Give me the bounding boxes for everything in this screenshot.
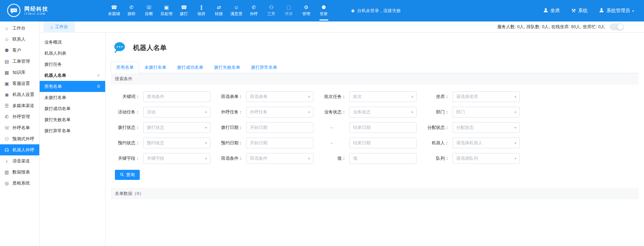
toolbar-transfer-button[interactable]: ⇄转接	[211, 3, 226, 18]
field-label: 预约状态：	[111, 140, 143, 146]
system-menu[interactable]: ⚒ 系统	[571, 8, 588, 14]
reserve-end-date-input[interactable]: 结束日期	[349, 138, 417, 148]
reserve-status-select[interactable]: 预约状态▾	[143, 138, 210, 148]
user-menu[interactable]: 系统管理员 ▾	[599, 8, 634, 14]
sidebar-item-predictive-outbound[interactable]: ⚇预测式外呼	[0, 133, 39, 144]
sidebar-item-workbench[interactable]: ⌂工作台	[0, 22, 39, 34]
agent-menu[interactable]: 坐席	[543, 8, 560, 14]
agent-select[interactable]: 请选择坐席▾	[453, 91, 520, 102]
queue-select[interactable]: 请选择队列▾	[453, 153, 520, 164]
chevron-down-icon: ▾	[308, 95, 310, 99]
filter-form-select[interactable]: 筛选表单▾	[246, 91, 313, 102]
chevron-down-icon: ▾	[514, 141, 516, 145]
toolbar-outbound-button[interactable]: ✆外呼	[246, 3, 261, 18]
robot-select[interactable]: 请选择机器人▾	[453, 138, 520, 148]
sidebar-item-service-settings[interactable]: ▣客服设置	[0, 78, 39, 89]
submenu-item-robot-list[interactable]: 机器人列表	[40, 48, 105, 59]
submenu-item-dial-success-list[interactable]: 拨打成功名单	[40, 103, 105, 114]
brand-logo-icon	[7, 3, 21, 18]
hangup-icon: ☏	[146, 5, 152, 10]
business-status-select[interactable]: 业务状态▾	[349, 107, 417, 117]
assign-status-select[interactable]: 分配状态▾	[453, 122, 520, 133]
outbound-task-select[interactable]: 外呼任务▾	[246, 107, 313, 117]
brand-name: 网经科技	[24, 6, 48, 12]
key-field-select[interactable]: 关键字段▾	[143, 153, 210, 164]
brand[interactable]: 网经科技 ITIBIA.COM	[0, 3, 69, 18]
toolbar-after-work-button[interactable]: ▣后处理	[159, 3, 174, 18]
submenu-item-all-lists[interactable]: 所有名单 0	[40, 81, 105, 92]
work-order-icon: ▤	[4, 59, 9, 64]
toolbar-three-way-button[interactable]: ⚇三方	[264, 3, 279, 18]
outbound-manage-icon: ✆	[4, 114, 9, 119]
field-label: 批次任务：	[317, 94, 349, 100]
query-button[interactable]: 查询	[115, 170, 140, 180]
submenu-item-business-overview[interactable]: 业务概况	[40, 37, 105, 48]
dial-end-date-input[interactable]: 结束日期	[349, 122, 417, 133]
activity-task-select[interactable]: 活动▾	[143, 107, 210, 117]
sidebar-item-voice-channel[interactable]: ♪语音渠道	[0, 155, 39, 166]
department-select[interactable]: 部门▾	[453, 107, 520, 117]
value-input[interactable]: 值	[349, 153, 417, 164]
field-label: 机器人：	[420, 140, 453, 146]
outbound-list-icon: ☏	[4, 125, 9, 131]
dial-start-date-input[interactable]: 开始日期	[246, 122, 313, 133]
submenu-item-dial-tasks[interactable]: 拨打任务	[40, 59, 105, 70]
submenu-item-dial-failed-list[interactable]: 拨打失败名单	[40, 114, 105, 125]
status-toggle[interactable]	[610, 23, 624, 30]
form-row: 关键词： 查询条件 筛选表单： 筛选表单▾ 批次任务： 批次▾	[111, 91, 639, 102]
sidebar-item-data-reports[interactable]: ▥数据报表	[0, 166, 39, 178]
toolbar-dial-button[interactable]: ☎拨打	[176, 3, 191, 18]
chevron-down-icon: ▾	[411, 95, 413, 99]
toolbar-login-button[interactable]: ⚉登录	[316, 3, 331, 18]
sidebar-item-customers[interactable]: ⚉客户	[0, 45, 39, 56]
toolbar-manage-button[interactable]: ⚙管理	[299, 3, 314, 18]
sidebar-item-quality-system[interactable]: ◎质检系统	[0, 178, 39, 189]
tab-dial-abnormal-list[interactable]: 拨打异常名单	[246, 62, 283, 73]
agent-stats: 服务人数: 0人, 排队数: 0人, 在线坐席: 50人, 坐席忙: 0人	[497, 24, 605, 30]
sidebar-item-robot-settings[interactable]: ◉机器人设置	[0, 89, 39, 100]
field-label: 筛选表单：	[214, 94, 246, 100]
tab-dial-success-list[interactable]: 拨打成功名单	[172, 62, 209, 73]
submenu-item-dial-abnormal-list[interactable]: 拨打异常名单	[40, 125, 105, 136]
chevron-down-icon: ▾	[514, 156, 516, 161]
connection-status: 分机未登录，连接失败	[351, 8, 401, 14]
field-label: 坐席：	[420, 94, 453, 100]
date-range-separator: ~	[317, 141, 349, 146]
field-label: 队列：	[420, 155, 453, 161]
sidebar-item-knowledge-base[interactable]: ▦知识库	[0, 67, 39, 78]
keyword-input[interactable]: 查询条件	[143, 91, 210, 102]
toolbar-hold-button[interactable]: ∥保持	[194, 3, 209, 18]
predictive-call-icon: ⚇	[4, 136, 9, 142]
form-row: 关键字段： 关键字段▾ 筛选条件： 筛选条件▾ 值： 值	[111, 153, 639, 164]
sidebar-item-outbound-management[interactable]: ✆外呼管理	[0, 111, 39, 122]
tab-undialed-list[interactable]: 未拨打名单	[139, 62, 172, 73]
sidebar-item-outbound-list[interactable]: ☏外呼名单	[0, 122, 39, 133]
chevron-down-icon: ▾	[205, 156, 207, 161]
toolbar-answer-button[interactable]: ✆接听	[124, 3, 139, 18]
filter-condition-select[interactable]: 筛选条件▾	[246, 153, 313, 164]
toolbar-hangup-button[interactable]: ☏挂断	[141, 3, 157, 18]
toggle-knob-icon	[617, 24, 624, 30]
robot-call-icon: ☊	[4, 147, 9, 153]
submenu-group-robot-lists[interactable]: 机器人名单 ∧	[40, 70, 105, 81]
submenu-item-undialed-list[interactable]: 未拨打名单	[40, 92, 105, 103]
sidebar-item-contacts[interactable]: ☺联系人	[0, 34, 39, 45]
field-label: 值：	[317, 155, 349, 161]
tab-all-lists[interactable]: 所有名单	[111, 62, 139, 73]
knowledge-icon: ▦	[4, 70, 9, 75]
sidebar-item-robot-outbound[interactable]: ☊机器人外呼	[0, 144, 39, 155]
sidebar-item-multimedia-channel[interactable]: ☰多媒体渠道	[0, 100, 39, 111]
dial-status-select[interactable]: 拨打状态▾	[143, 122, 210, 133]
chevron-down-icon: ▾	[205, 141, 207, 145]
right-column: ⌂ 工作台 服务人数: 0人, 排队数: 0人, 在线坐席: 50人, 坐席忙:…	[40, 21, 644, 246]
toolbar-screen-pop-button[interactable]: ▢弹屏	[281, 3, 296, 18]
batch-task-select[interactable]: 批次▾	[349, 91, 417, 102]
toolbar-satisfaction-button[interactable]: ☺满意度	[229, 3, 244, 18]
reserve-start-date-input[interactable]: 开始日期	[246, 138, 313, 148]
dial-icon: ☎	[181, 5, 187, 10]
tab-workbench[interactable]: ⌂ 工作台	[44, 21, 75, 33]
tab-dial-failed-list[interactable]: 拨打失败名单	[209, 62, 246, 73]
toolbar-not-ready-button[interactable]: ☎未就绪	[106, 3, 122, 18]
secondary-sidebar: 业务概况 机器人列表 拨打任务 机器人名单 ∧ 所有名单 0 未拨打名单 拨打成…	[40, 33, 105, 246]
sidebar-item-work-orders[interactable]: ▤工单管理	[0, 56, 39, 67]
